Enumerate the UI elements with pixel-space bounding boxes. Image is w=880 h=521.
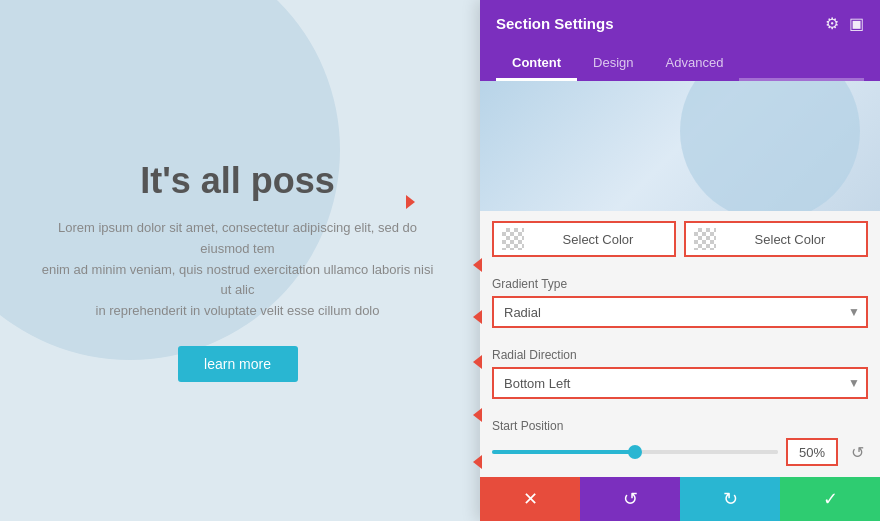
arrow-start-position — [473, 408, 482, 422]
radial-direction-label: Radial Direction — [492, 348, 868, 362]
tab-advanced[interactable]: Advanced — [650, 47, 740, 81]
start-position-row: 50% ↺ — [492, 438, 868, 466]
radial-direction-section: Radial Direction Top Left Top Center Top… — [480, 348, 880, 419]
redo-button[interactable]: ↻ — [680, 477, 780, 521]
start-position-fill — [492, 450, 635, 454]
start-position-section: Start Position 50% ↺ — [480, 419, 880, 477]
tab-content[interactable]: Content — [496, 47, 577, 81]
panel-tabs: Content Design Advanced — [480, 47, 880, 81]
learn-more-button[interactable]: learn more — [178, 346, 298, 382]
start-position-slider-container[interactable] — [492, 450, 778, 454]
panel-header: Section Settings ⚙ ▣ — [480, 0, 880, 47]
start-position-label: Start Position — [492, 419, 868, 433]
left-area: It's all poss Lorem ipsum dolor sit amet… — [0, 0, 455, 521]
section-settings-panel: Section Settings ⚙ ▣ Content Design Adva… — [480, 0, 880, 521]
layout-icon[interactable]: ▣ — [849, 14, 864, 33]
page-body-text: Lorem ipsum dolor sit amet, consectetur … — [40, 218, 435, 322]
arrow-gradient-type — [473, 310, 482, 324]
arrow-preview — [406, 195, 415, 209]
page-heading: It's all poss — [40, 160, 435, 202]
tab-design[interactable]: Design — [577, 47, 649, 81]
panel-actions: ✕ ↺ ↻ ✓ — [480, 477, 880, 521]
color-select-label-1: Select Color — [530, 232, 666, 247]
color-select-btn-2[interactable]: Select Color — [684, 221, 868, 257]
start-position-input[interactable]: 50% — [786, 438, 838, 466]
preview-circle — [680, 81, 860, 211]
start-position-thumb[interactable] — [628, 445, 642, 459]
panel-body: Select Color Select Color Gradient Type … — [480, 81, 880, 477]
gradient-type-wrapper: Linear Radial Conical ▼ — [492, 296, 868, 328]
color-selectors-row: Select Color Select Color — [480, 211, 880, 267]
start-position-reset-button[interactable]: ↺ — [846, 441, 868, 463]
save-button[interactable]: ✓ — [780, 477, 880, 521]
gradient-type-label: Gradient Type — [492, 277, 868, 291]
arrow-color-1 — [473, 258, 482, 272]
undo-button[interactable]: ↺ — [580, 477, 680, 521]
panel-title: Section Settings — [496, 15, 614, 32]
left-content: It's all poss Lorem ipsum dolor sit amet… — [40, 160, 435, 382]
arrow-end-position — [473, 455, 482, 469]
color-select-btn-1[interactable]: Select Color — [492, 221, 676, 257]
radial-direction-wrapper: Top Left Top Center Top Right Center Lef… — [492, 367, 868, 399]
arrow-radial-direction — [473, 355, 482, 369]
gradient-type-section: Gradient Type Linear Radial Conical ▼ — [480, 267, 880, 348]
checker-swatch-1 — [502, 228, 524, 250]
cancel-button[interactable]: ✕ — [480, 477, 580, 521]
settings-icon[interactable]: ⚙ — [825, 14, 839, 33]
color-select-label-2: Select Color — [722, 232, 858, 247]
gradient-type-select[interactable]: Linear Radial Conical — [492, 296, 868, 328]
panel-header-icons: ⚙ ▣ — [825, 14, 864, 33]
checker-swatch-2 — [694, 228, 716, 250]
preview-area — [480, 81, 880, 211]
radial-direction-select[interactable]: Top Left Top Center Top Right Center Lef… — [492, 367, 868, 399]
